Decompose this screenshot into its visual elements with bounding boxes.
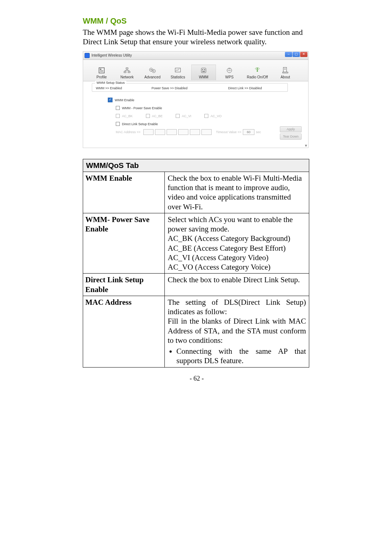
statistics-icon	[173, 66, 182, 74]
mac-field-4[interactable]	[178, 129, 188, 135]
wmm-enable-checkbox[interactable]	[108, 98, 113, 102]
ac-vi-checkbox[interactable]	[176, 114, 180, 118]
expand-grip-icon[interactable]: ▾	[300, 143, 307, 147]
dls-enable-label: Direct Link Setup Enable	[122, 122, 158, 126]
ps-ac-be: AC_BE (Access Category Best Effort)	[168, 244, 286, 253]
tab-radio-label: Radio On/Off	[247, 75, 268, 79]
table-row: Direct Link Setup Enable Check the box t…	[83, 274, 309, 296]
tab-network-label: Network	[121, 75, 134, 79]
tab-about-label: About	[281, 75, 290, 79]
ps-ac-vi: AC_VI (Access Category Video)	[168, 253, 269, 262]
mac-field-3[interactable]	[167, 129, 177, 135]
ps-enable-checkbox[interactable]	[116, 106, 120, 110]
advanced-icon	[148, 66, 157, 74]
svg-rect-1	[100, 69, 101, 70]
row-key-mac: MAC Address	[83, 296, 165, 367]
tab-statistics-label: Statistics	[171, 75, 185, 79]
mac-p2: Fill in the blanks of Direct Link with M…	[168, 317, 306, 345]
svg-point-9	[151, 69, 152, 70]
dls-enable-checkbox[interactable]	[116, 122, 120, 126]
maximize-button[interactable]: ▢	[293, 52, 300, 57]
close-button[interactable]: ✕	[300, 52, 307, 57]
ac-row: AC_BK AC_BE AC_VI AC_VO	[108, 113, 305, 119]
ps-ac-vo: AC_VO (Access Category Voice)	[168, 263, 270, 271]
ac-be-label: AC_BE	[152, 114, 163, 118]
content: WMM / QoS The WMM page shows the Wi-Fi M…	[83, 16, 311, 382]
tab-about[interactable]: About	[273, 65, 297, 80]
svg-rect-21	[283, 72, 288, 73]
tab-statistics[interactable]: Statistics	[166, 65, 190, 80]
minimize-button[interactable]: –	[285, 52, 292, 57]
tab-network[interactable]: Network	[115, 65, 139, 80]
ac-vo-checkbox[interactable]	[204, 114, 208, 118]
dls-enable-row: Direct Link Setup Enable	[108, 121, 305, 127]
table-header: WMM/QoS Tab	[83, 159, 309, 172]
ac-vi-label: AC_VI	[182, 114, 191, 118]
ac-vi-item: AC_VI	[176, 114, 191, 118]
section-heading: WMM / QoS	[83, 16, 311, 26]
tab-wps-label: WPS	[225, 75, 234, 79]
ac-bk-checkbox[interactable]	[116, 114, 120, 118]
svg-rect-4	[124, 71, 126, 73]
ac-bk-item: AC_BK	[116, 114, 133, 118]
tab-radio[interactable]: Radio On/Off	[243, 65, 272, 80]
table-row: WMM Enable Check the box to enable Wi-Fi…	[83, 172, 309, 213]
tab-profile-label: Profile	[97, 75, 107, 79]
tab-wmm[interactable]: WMM	[191, 65, 216, 80]
mac-list: Connecting with the same AP that support…	[168, 346, 306, 366]
app-icon	[85, 53, 90, 58]
ps-ac-bk: AC_BK (Access Category Background)	[168, 234, 290, 243]
window-buttons: – ▢ ✕	[285, 52, 307, 57]
svg-rect-6	[126, 67, 128, 69]
svg-rect-2	[100, 70, 103, 71]
titlebar[interactable]: Intelligent Wireless Utility – ▢ ✕	[83, 52, 308, 60]
wmm-enable-label: WMM Enable	[115, 98, 134, 102]
row-val-wmm-enable: Check the box to enable Wi-Fi Multi-Medi…	[165, 172, 309, 213]
screenshot-window: Intelligent Wireless Utility – ▢ ✕ Profi…	[83, 51, 309, 148]
wmm-enable-row: WMM Enable	[108, 97, 305, 103]
status-powersave: Power Save >> Disabled	[151, 86, 228, 90]
mac-field-5[interactable]	[190, 129, 200, 135]
row-key-dls-enable: Direct Link Setup Enable	[83, 274, 165, 296]
mac-field-1[interactable]	[143, 129, 154, 135]
status-row: WMM >> Enabled Power Save >> Disabled Di…	[96, 86, 284, 90]
ac-be-item: AC_BE	[146, 114, 163, 118]
mac-field-2[interactable]	[155, 129, 165, 135]
status-area: WMM Setup Status WMM >> Enabled Power Sa…	[83, 81, 308, 95]
svg-rect-12	[201, 68, 206, 73]
mac-row: MAC Address >> Timeout Value >> 60 sec	[108, 129, 305, 135]
radio-icon	[253, 66, 262, 74]
ac-be-checkbox[interactable]	[146, 114, 150, 118]
svg-point-13	[202, 69, 203, 70]
row-key-wmm-enable: WMM Enable	[83, 172, 165, 213]
svg-rect-19	[284, 68, 286, 69]
svg-point-14	[204, 69, 205, 70]
svg-rect-5	[128, 71, 130, 73]
window-title: Intelligent Wireless Utility	[91, 53, 132, 57]
row-key-ps-enable: WMM- Power Save Enable	[83, 213, 165, 274]
row-val-mac: The setting of DLS(Direct Link Setup) in…	[165, 296, 309, 367]
tab-wps[interactable]: WPS	[217, 65, 241, 80]
wps-icon	[225, 66, 234, 74]
ps-enable-row: WMM - Power Save Enable	[108, 105, 305, 111]
table-row: MAC Address The setting of DLS(Direct Li…	[83, 296, 309, 367]
svg-rect-11	[175, 68, 181, 72]
ac-vo-item: AC_VO	[204, 114, 222, 118]
tab-wmm-label: WMM	[199, 75, 208, 79]
profile-icon	[97, 66, 106, 74]
teardown-button[interactable]: Tear Down	[280, 134, 302, 140]
mac-p1: The setting of DLS(Direct Link Setup) in…	[168, 298, 306, 316]
row-val-ps-enable: Select which ACs you want to enable the …	[165, 213, 309, 274]
ac-bk-label: AC_BK	[122, 114, 133, 118]
timeout-field[interactable]: 60	[243, 129, 254, 135]
tab-profile[interactable]: Profile	[90, 65, 114, 80]
status-wmm: WMM >> Enabled	[96, 86, 151, 90]
page-number: - 62 -	[83, 375, 311, 382]
group-legend: WMM Setup Status	[95, 81, 126, 85]
mac-field-6[interactable]	[201, 129, 212, 135]
timeout-value: 60	[247, 130, 250, 134]
wmm-icon	[199, 66, 208, 74]
tab-advanced[interactable]: Advanced	[140, 65, 164, 80]
timeout-unit: sec	[256, 130, 261, 134]
apply-button[interactable]: Apply	[280, 126, 302, 132]
